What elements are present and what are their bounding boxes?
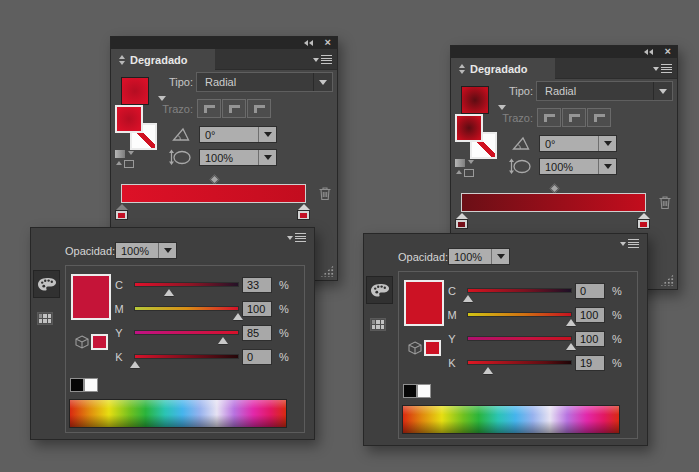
percent-sign: % [279, 351, 289, 363]
gradient-stop-left[interactable] [455, 213, 468, 229]
angle-dropdown[interactable]: 0° [539, 135, 617, 152]
out-of-gamut-cube-icon[interactable] [408, 341, 422, 355]
opacity-dropdown[interactable]: 100% [115, 242, 177, 259]
out-of-gamut-cube-icon[interactable] [75, 335, 89, 349]
chevron-down-icon[interactable] [258, 150, 276, 165]
in-gamut-swatch[interactable] [424, 340, 441, 356]
chevron-down-icon[interactable] [598, 159, 616, 174]
channel-label: C [112, 279, 126, 291]
magenta-slider[interactable] [467, 312, 572, 317]
color-spectrum-bar[interactable] [402, 405, 620, 434]
delete-stop-trash-icon[interactable] [317, 185, 333, 202]
color-mode-button[interactable] [366, 276, 393, 304]
stroke-within-button[interactable] [197, 99, 221, 118]
type-label: Tipo: [477, 85, 533, 97]
slider-row-k: K 19 % [399, 355, 637, 373]
value-field[interactable]: 100 [242, 301, 272, 317]
opacity-dropdown[interactable]: 100% [448, 248, 510, 265]
chevron-down-icon[interactable] [491, 249, 509, 264]
panel-cycle-icon [459, 64, 465, 74]
chevron-down-icon[interactable] [598, 136, 616, 151]
slider-thumb[interactable] [130, 361, 140, 368]
fill-proxy[interactable] [115, 105, 143, 133]
gradient-midpoint-handle[interactable] [210, 175, 220, 185]
value-field[interactable]: 85 [242, 325, 272, 341]
angle-value: 0° [200, 129, 258, 141]
value-field[interactable]: 0 [575, 283, 605, 299]
tab-degradado[interactable]: Degradado [111, 49, 215, 70]
panel-menu-icon[interactable] [620, 239, 639, 248]
gradient-stop-right[interactable] [297, 204, 310, 220]
black-slider[interactable] [467, 360, 572, 365]
cyan-slider[interactable] [134, 282, 239, 287]
percent-sign: % [612, 357, 622, 369]
chevron-down-icon[interactable] [313, 73, 332, 91]
tab-degradado[interactable]: Degradado [451, 58, 555, 79]
slider-thumb[interactable] [463, 295, 473, 302]
color-mode-button[interactable] [33, 270, 60, 298]
value-field[interactable]: 100 [575, 331, 605, 347]
opacity-value: 100% [116, 245, 158, 257]
value-field[interactable]: 33 [242, 277, 272, 293]
close-icon[interactable]: × [325, 36, 331, 49]
stroke-across-button[interactable] [587, 108, 611, 127]
channel-label: M [112, 303, 126, 315]
slider-thumb[interactable] [164, 289, 174, 296]
panel-menu-icon[interactable] [653, 64, 672, 73]
gradient-midpoint-handle[interactable] [550, 184, 560, 194]
channel-label: K [445, 357, 459, 369]
value-field[interactable]: 19 [575, 355, 605, 371]
swatches-grid-icon[interactable] [370, 318, 386, 331]
chevron-down-icon[interactable] [258, 127, 276, 142]
gradient-presets-chevron-icon[interactable] [158, 96, 166, 101]
black-swatch[interactable] [70, 378, 84, 392]
in-gamut-swatch[interactable] [91, 334, 108, 350]
panel-titlebar: × [111, 37, 337, 49]
type-dropdown[interactable]: Radial [196, 72, 333, 92]
angle-dropdown[interactable]: 0° [199, 126, 277, 143]
gradient-bar[interactable] [121, 184, 306, 203]
stop-color-popup-right: Opacidad: 100% C 0 % M 100 [363, 233, 648, 446]
white-swatch[interactable] [417, 384, 431, 398]
panel-menu-icon[interactable] [313, 55, 332, 64]
color-spectrum-bar[interactable] [69, 399, 287, 428]
value-field[interactable]: 0 [242, 349, 272, 365]
channel-label: M [445, 309, 459, 321]
swatches-grid-icon[interactable] [37, 312, 53, 325]
resize-grip[interactable] [320, 265, 334, 277]
gradient-bar[interactable] [461, 193, 646, 212]
tab-strip: Degradado [451, 58, 677, 79]
panel-menu-icon[interactable] [287, 233, 306, 242]
stroke-within-button[interactable] [537, 108, 561, 127]
black-swatch[interactable] [403, 384, 417, 398]
chevron-down-icon[interactable] [158, 243, 176, 258]
delete-stop-trash-icon[interactable] [657, 194, 673, 211]
stroke-along-button[interactable] [562, 108, 586, 127]
gradient-stop-right[interactable] [637, 213, 650, 229]
slider-row-m: M 100 % [399, 307, 637, 325]
magenta-slider[interactable] [134, 306, 239, 311]
value-field[interactable]: 100 [575, 307, 605, 323]
collapse-panel-icon[interactable] [644, 49, 653, 55]
yellow-slider[interactable] [467, 336, 572, 341]
aspect-ratio-dropdown[interactable]: 100% [539, 158, 617, 175]
gradient-presets-chevron-icon[interactable] [498, 105, 506, 110]
aspect-ratio-dropdown[interactable]: 100% [199, 149, 277, 166]
collapse-panel-icon[interactable] [304, 40, 313, 46]
close-icon[interactable]: × [665, 45, 671, 58]
reverse-gradient-icon[interactable] [115, 149, 139, 169]
reverse-gradient-icon[interactable] [455, 158, 479, 178]
slider-thumb[interactable] [483, 367, 493, 374]
type-dropdown[interactable]: Radial [536, 81, 673, 101]
gradient-stop-left[interactable] [115, 204, 128, 220]
stroke-across-button[interactable] [247, 99, 271, 118]
black-slider[interactable] [134, 354, 239, 359]
chevron-down-icon[interactable] [653, 82, 672, 100]
slider-thumb[interactable] [218, 337, 228, 344]
white-swatch[interactable] [84, 378, 98, 392]
resize-grip[interactable] [660, 274, 674, 286]
stroke-along-button[interactable] [222, 99, 246, 118]
yellow-slider[interactable] [134, 330, 239, 335]
fill-proxy[interactable] [455, 114, 483, 142]
cyan-slider[interactable] [467, 288, 572, 293]
